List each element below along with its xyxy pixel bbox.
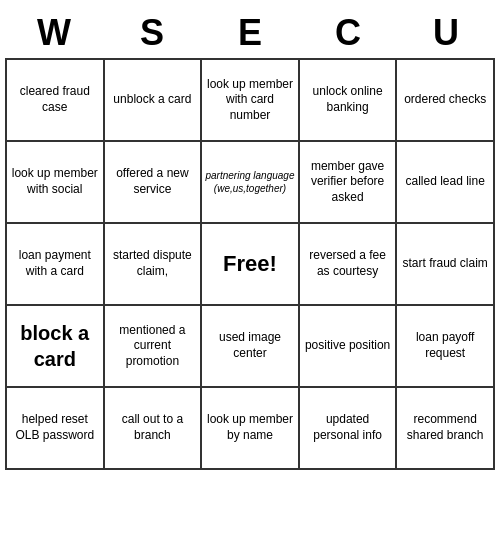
- cell-r1-c1[interactable]: offered a new service: [105, 142, 203, 224]
- bingo-grid: cleared fraud caseunblock a cardlook up …: [5, 58, 495, 470]
- cell-r2-c2[interactable]: Free!: [202, 224, 300, 306]
- cell-r4-c2[interactable]: look up member by name: [202, 388, 300, 470]
- cell-r2-c0[interactable]: loan payment with a card: [7, 224, 105, 306]
- header-E: E: [201, 8, 299, 58]
- cell-r3-c3[interactable]: positive position: [300, 306, 398, 388]
- header-U: U: [397, 8, 495, 58]
- cell-r4-c1[interactable]: call out to a branch: [105, 388, 203, 470]
- cell-r3-c0[interactable]: block a card: [7, 306, 105, 388]
- cell-r2-c1[interactable]: started dispute claim,: [105, 224, 203, 306]
- cell-r1-c3[interactable]: member gave verifier before asked: [300, 142, 398, 224]
- cell-r1-c2[interactable]: partnering language (we,us,together): [202, 142, 300, 224]
- header-row: WSECU: [5, 8, 495, 58]
- cell-r1-c0[interactable]: look up member with social: [7, 142, 105, 224]
- cell-r2-c3[interactable]: reversed a fee as courtesy: [300, 224, 398, 306]
- bingo-card: WSECU cleared fraud caseunblock a cardlo…: [5, 8, 495, 470]
- header-W: W: [5, 8, 103, 58]
- header-S: S: [103, 8, 201, 58]
- cell-r1-c4[interactable]: called lead line: [397, 142, 495, 224]
- cell-r4-c3[interactable]: updated personal info: [300, 388, 398, 470]
- cell-r3-c2[interactable]: used image center: [202, 306, 300, 388]
- cell-r0-c3[interactable]: unlock online banking: [300, 60, 398, 142]
- cell-r3-c1[interactable]: mentioned a current promotion: [105, 306, 203, 388]
- cell-r4-c4[interactable]: recommend shared branch: [397, 388, 495, 470]
- cell-r0-c1[interactable]: unblock a card: [105, 60, 203, 142]
- cell-r0-c4[interactable]: ordered checks: [397, 60, 495, 142]
- header-C: C: [299, 8, 397, 58]
- cell-r3-c4[interactable]: loan payoff request: [397, 306, 495, 388]
- cell-r0-c2[interactable]: look up member with card number: [202, 60, 300, 142]
- cell-r0-c0[interactable]: cleared fraud case: [7, 60, 105, 142]
- cell-r2-c4[interactable]: start fraud claim: [397, 224, 495, 306]
- cell-r4-c0[interactable]: helped reset OLB password: [7, 388, 105, 470]
